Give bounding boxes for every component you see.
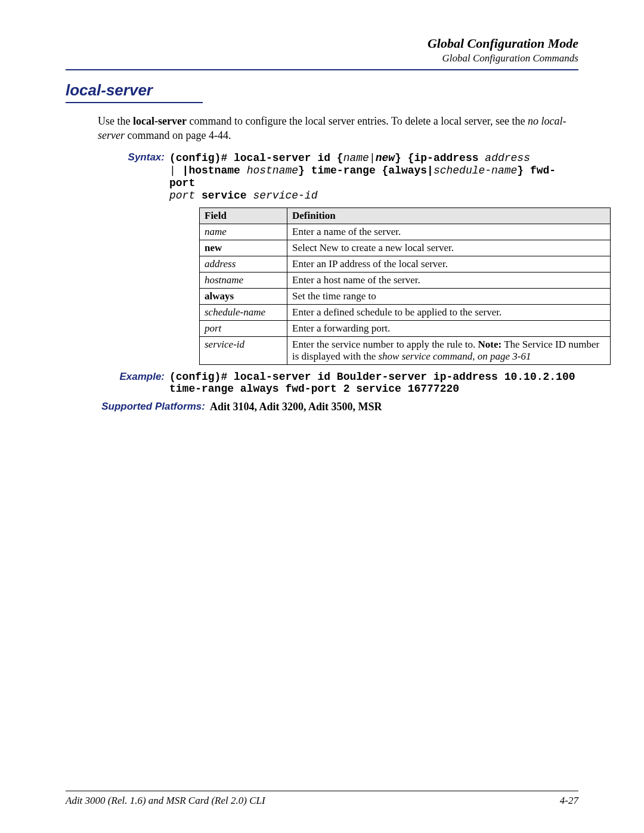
example-line2: time-range always fwd-port 2 service 167… bbox=[169, 383, 459, 395]
field-definition: Set the time range to bbox=[287, 288, 611, 304]
section-heading: local-server bbox=[66, 81, 578, 100]
syn-s13: service bbox=[195, 190, 253, 202]
field-name: name bbox=[200, 224, 287, 240]
syn-s6: address bbox=[485, 152, 530, 164]
field-definition: Enter a host name of the server. bbox=[287, 272, 611, 288]
platforms-value: Adit 3104, Adit 3200, Adit 3500, MSR bbox=[210, 401, 578, 413]
field-name: address bbox=[200, 256, 287, 272]
section-underline bbox=[66, 102, 203, 103]
example-row: Example: (config)# local-server id Bould… bbox=[98, 371, 578, 395]
syn-s5: } {ip-address bbox=[395, 152, 485, 164]
table-row: portEnter a forwarding port. bbox=[200, 320, 611, 336]
field-name: new bbox=[200, 240, 287, 256]
syn-s10: schedule-name bbox=[434, 165, 517, 176]
syn-s8: hostname bbox=[247, 165, 298, 176]
platforms-label: Supported Platforms: bbox=[98, 401, 210, 413]
field-definition: Select New to create a new local server. bbox=[287, 240, 611, 256]
syntax-row: Syntax: (config)# local-server id {name|… bbox=[98, 151, 578, 202]
field-name: service-id bbox=[200, 336, 287, 364]
example-content: (config)# local-server id Boulder-server… bbox=[169, 371, 578, 395]
intro-after: command on page 4-44. bbox=[125, 129, 231, 141]
table-row: nameEnter a name of the server. bbox=[200, 224, 611, 240]
example-label: Example: bbox=[98, 371, 169, 395]
syntax-content: (config)# local-server id {name|new} {ip… bbox=[169, 151, 578, 202]
col-field: Field bbox=[200, 208, 287, 224]
footer-rule bbox=[66, 791, 578, 791]
header-rule bbox=[66, 69, 578, 70]
header-subtitle: Global Configuration Commands bbox=[66, 52, 578, 64]
field-name: always bbox=[200, 288, 287, 304]
intro-pre: Use the bbox=[98, 115, 133, 127]
example-line1: (config)# local-server id Boulder-server… bbox=[169, 371, 575, 383]
syn-s3: | bbox=[369, 152, 376, 164]
syn-s12: port bbox=[169, 190, 195, 202]
table-row: newSelect New to create a new local serv… bbox=[200, 240, 611, 256]
field-definition: Enter a forwarding port. bbox=[287, 320, 611, 336]
field-name: schedule-name bbox=[200, 304, 287, 320]
syn-s14: service-id bbox=[253, 190, 317, 202]
field-definition: Enter a defined schedule to be applied t… bbox=[287, 304, 611, 320]
table-row: hostnameEnter a host name of the server. bbox=[200, 272, 611, 288]
syn-s2: name bbox=[343, 152, 369, 164]
table-row: alwaysSet the time range to bbox=[200, 288, 611, 304]
platforms-row: Supported Platforms: Adit 3104, Adit 320… bbox=[98, 401, 578, 413]
table-row: schedule-nameEnter a defined schedule to… bbox=[200, 304, 611, 320]
table-header-row: Field Definition bbox=[200, 208, 611, 224]
col-definition: Definition bbox=[287, 208, 611, 224]
field-name: hostname bbox=[200, 272, 287, 288]
syn-s1: (config)# local-server id { bbox=[169, 152, 343, 164]
intro-paragraph: Use the local-server command to configur… bbox=[98, 114, 578, 143]
field-definition: Enter an IP address of the local server. bbox=[287, 256, 611, 272]
field-name: port bbox=[200, 320, 287, 336]
table-row: addressEnter an IP address of the local … bbox=[200, 256, 611, 272]
footer-right: 4-27 bbox=[560, 795, 578, 807]
syn-s7: |hostname bbox=[176, 165, 247, 176]
header-title: Global Configuration Mode bbox=[66, 36, 578, 51]
fields-table: Field Definition nameEnter a name of the… bbox=[199, 208, 611, 365]
syn-s4: new bbox=[376, 152, 395, 164]
footer-left: Adit 3000 (Rel. 1.6) and MSR Card (Rel 2… bbox=[66, 795, 265, 807]
syntax-label: Syntax: bbox=[98, 151, 169, 202]
page-footer: Adit 3000 (Rel. 1.6) and MSR Card (Rel 2… bbox=[66, 795, 578, 807]
intro-cmd1: local-server bbox=[133, 115, 187, 127]
page-header: Global Configuration Mode Global Configu… bbox=[66, 36, 578, 64]
syn-s9: } time-range {always| bbox=[298, 165, 434, 176]
syn-pipe: | bbox=[169, 165, 176, 176]
table-row: service-idEnter the service number to ap… bbox=[200, 336, 611, 364]
intro-mid: command to configure the local server en… bbox=[187, 115, 528, 127]
field-definition: Enter the service number to apply the ru… bbox=[287, 336, 611, 364]
field-definition: Enter a name of the server. bbox=[287, 224, 611, 240]
